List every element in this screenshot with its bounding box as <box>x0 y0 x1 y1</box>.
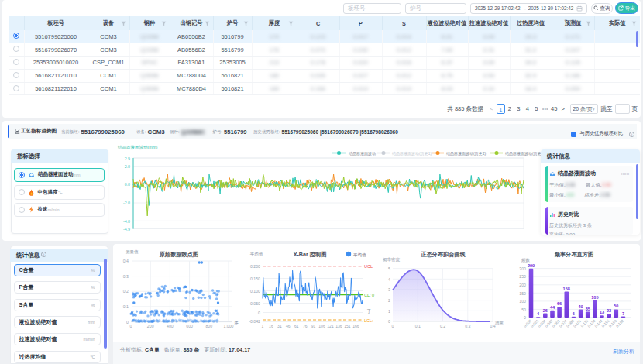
svg-text:100: 100 <box>519 299 526 304</box>
svg-text:300: 300 <box>519 266 526 271</box>
svg-text:166: 166 <box>352 324 359 328</box>
svg-text:0.200: 0.200 <box>250 264 260 269</box>
svg-text:平均值: 平均值 <box>250 252 263 256</box>
svg-text:35: 35 <box>586 307 590 311</box>
svg-text:6: 6 <box>573 311 575 316</box>
svg-text:0: 0 <box>258 311 260 315</box>
svg-text:16: 16 <box>269 324 273 328</box>
svg-text:UCL: UCL <box>364 264 373 269</box>
svg-text:1: 1 <box>388 309 390 314</box>
svg-text:LCL:: LCL: <box>364 318 373 323</box>
svg-text:91: 91 <box>311 324 316 328</box>
svg-text:4: 4 <box>388 277 390 282</box>
svg-text:测量值: 测量值 <box>126 249 139 255</box>
svg-text:26: 26 <box>543 308 548 313</box>
svg-text:X-Bar 控制图: X-Bar 控制图 <box>294 251 327 258</box>
svg-text:1: 1 <box>262 324 264 328</box>
svg-text:子: 子 <box>366 308 372 314</box>
svg-text:0.1: 0.1 <box>123 304 129 309</box>
svg-text:250: 250 <box>519 274 526 279</box>
svg-text:44: 44 <box>550 305 555 310</box>
svg-text:150: 150 <box>519 291 526 296</box>
svg-text:121: 121 <box>327 324 334 328</box>
svg-text:概率密度: 概率密度 <box>383 257 401 263</box>
svg-text:23: 23 <box>607 308 611 313</box>
svg-text:1,000: 1,000 <box>224 324 234 328</box>
svg-text:200: 200 <box>519 283 526 287</box>
svg-text:299: 299 <box>528 263 535 268</box>
svg-text:4: 4 <box>537 311 540 316</box>
svg-text:原始数据散点图: 原始数据散点图 <box>159 251 198 258</box>
svg-text:0.1: 0.1 <box>415 324 421 328</box>
svg-text:105: 105 <box>591 295 598 300</box>
svg-text:频率分布直方图: 频率分布直方图 <box>554 251 593 258</box>
svg-text:测量: 测量 <box>495 320 504 325</box>
svg-text:0.3: 0.3 <box>465 324 470 328</box>
svg-text:0.050: 0.050 <box>250 301 260 306</box>
svg-text:50: 50 <box>521 307 526 312</box>
svg-text:0.2: 0.2 <box>123 289 129 294</box>
svg-text:0.3: 0.3 <box>123 274 129 279</box>
svg-text:76: 76 <box>303 324 308 328</box>
svg-text:CL: 0: CL: 0 <box>364 293 374 297</box>
svg-text:0: 0 <box>130 324 132 328</box>
svg-text:13: 13 <box>600 310 604 314</box>
svg-text:400: 400 <box>167 324 174 328</box>
svg-text:136: 136 <box>335 324 342 328</box>
svg-text:600: 600 <box>186 324 193 328</box>
svg-text:0: 0 <box>126 320 129 325</box>
svg-text:平均值: 平均值 <box>353 252 366 257</box>
svg-text:3: 3 <box>388 287 390 292</box>
svg-text:0.100: 0.100 <box>250 289 260 294</box>
svg-text:0: 0 <box>388 319 390 324</box>
svg-text:0.150: 0.150 <box>250 276 260 281</box>
svg-text:0: 0 <box>392 324 394 328</box>
svg-text:800: 800 <box>205 324 212 328</box>
svg-text:0.4: 0.4 <box>123 259 129 263</box>
svg-text:正态分布拟合曲线: 正态分布拟合曲线 <box>420 251 466 258</box>
svg-text:0.2: 0.2 <box>440 324 445 328</box>
svg-text:66: 66 <box>557 301 562 306</box>
svg-text:50: 50 <box>614 304 618 308</box>
svg-text:31: 31 <box>277 324 282 328</box>
svg-text:0.182: 0.182 <box>615 318 624 328</box>
svg-text:151: 151 <box>344 324 351 328</box>
svg-text:49: 49 <box>578 304 583 309</box>
svg-text:61: 61 <box>294 324 299 328</box>
svg-text:7: 7 <box>622 311 624 316</box>
svg-text:106: 106 <box>318 324 325 328</box>
svg-text:0.4: 0.4 <box>490 324 495 328</box>
svg-text:频数: 频数 <box>521 258 531 263</box>
svg-text:序: 序 <box>234 321 239 326</box>
svg-text:2: 2 <box>388 298 390 303</box>
svg-text:158: 158 <box>563 287 570 291</box>
svg-text:5: 5 <box>388 266 390 271</box>
svg-text:46: 46 <box>286 324 291 328</box>
svg-text:0: 0 <box>524 315 526 320</box>
svg-text:-0.042: -0.042 <box>249 319 260 324</box>
svg-text:200: 200 <box>147 324 154 328</box>
